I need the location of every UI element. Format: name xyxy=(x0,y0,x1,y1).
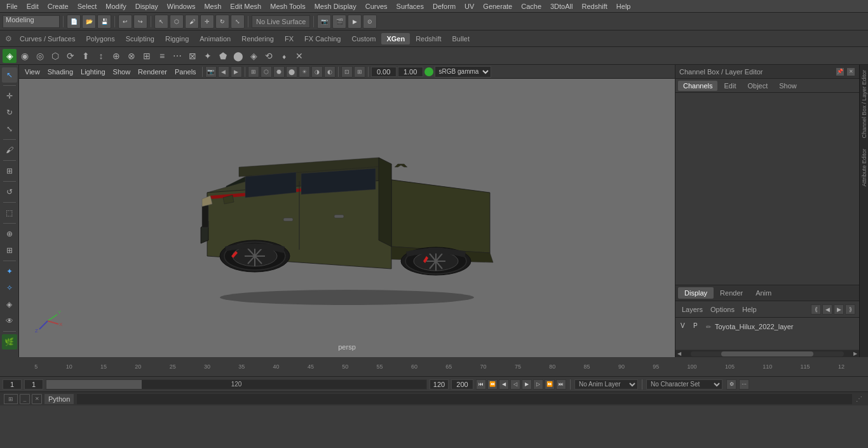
transport-prev-frame[interactable]: ◀ xyxy=(499,379,509,390)
xgen-icon-17[interactable]: ◈ xyxy=(247,49,261,63)
menu-edit-mesh[interactable]: Edit Mesh xyxy=(226,1,265,11)
menu-display[interactable]: Display xyxy=(132,1,162,11)
layers-nav-next2[interactable]: ⟫ xyxy=(845,304,855,315)
rp-pin-btn[interactable]: 📌 xyxy=(836,67,844,76)
cb-tab-show[interactable]: Show xyxy=(774,81,802,91)
save-scene-btn[interactable]: 💾 xyxy=(97,15,111,29)
vp-fit-btn[interactable]: ⊡ xyxy=(341,66,353,78)
tab-rendering[interactable]: Rendering xyxy=(236,33,279,44)
undo-btn[interactable]: ↩ xyxy=(118,15,132,29)
tab-custom[interactable]: Custom xyxy=(347,33,381,44)
rotate-tool-btn[interactable]: ↻ xyxy=(2,105,17,120)
menu-deform[interactable]: Deform xyxy=(429,1,459,11)
scroll-right-btn[interactable]: ▶ xyxy=(851,350,859,358)
xgen-icon-6[interactable]: ⬆ xyxy=(79,49,93,63)
tab-fx[interactable]: FX xyxy=(280,33,299,44)
tab-sculpting[interactable]: Sculpting xyxy=(121,33,159,44)
vp-val2-input[interactable] xyxy=(398,67,423,77)
timeline-ruler[interactable]: 5 10 15 20 25 30 35 40 45 50 55 60 65 70… xyxy=(0,357,868,376)
xgen-icon-13[interactable]: ⊠ xyxy=(186,49,200,63)
vp-menu-lighting[interactable]: Lighting xyxy=(78,67,109,77)
vp-grid-btn[interactable]: ⊞ xyxy=(248,66,259,78)
transport-prev-key[interactable]: ⏪ xyxy=(487,379,498,390)
menu-mesh-display[interactable]: Mesh Display xyxy=(311,1,360,11)
transport-goto-start[interactable]: ⏮ xyxy=(476,379,486,390)
xgen-tool-btn[interactable]: ✦ xyxy=(2,264,17,279)
live-surface-dropdown[interactable]: No Live Surface xyxy=(252,15,310,28)
vp-tex-btn[interactable]: ⬤ xyxy=(286,66,297,78)
menu-surfaces[interactable]: Surfaces xyxy=(393,1,428,11)
xgen-icon-11[interactable]: ≡ xyxy=(155,49,169,63)
paint-tool-btn[interactable]: 🖌 xyxy=(2,142,17,158)
xgen-icon-7[interactable]: ↕ xyxy=(94,49,108,63)
menu-cache[interactable]: Cache xyxy=(517,1,545,11)
new-scene-btn[interactable]: 📄 xyxy=(67,15,81,29)
dt-render[interactable]: Render xyxy=(714,287,749,299)
toggle-icon-btn[interactable]: ⊞ xyxy=(4,394,18,404)
menu-curves[interactable]: Curves xyxy=(362,1,391,11)
layers-nav-prev2[interactable]: ⟪ xyxy=(811,304,821,315)
dt-display[interactable]: Display xyxy=(678,287,714,299)
rp-close-btn[interactable]: ✕ xyxy=(846,67,855,76)
menu-mesh[interactable]: Mesh xyxy=(200,1,225,11)
xgen-icon-12[interactable]: ⋯ xyxy=(170,49,184,63)
circle-btn[interactable]: ⊙ xyxy=(363,15,377,29)
mode-gear-btn[interactable]: ⚙ xyxy=(3,33,14,44)
minimize-btn[interactable]: _ xyxy=(20,394,30,404)
menu-generate[interactable]: Generate xyxy=(479,1,516,11)
xgen-icon-5[interactable]: ⟳ xyxy=(64,49,78,63)
scale-btn[interactable]: ⤡ xyxy=(231,15,245,29)
transport-play[interactable]: ▶ xyxy=(522,379,532,390)
menu-file[interactable]: File xyxy=(3,1,22,11)
xgen-icon-14[interactable]: ✦ xyxy=(201,49,215,63)
cb-tab-edit[interactable]: Edit xyxy=(719,81,741,91)
xgen-icon-10[interactable]: ⊞ xyxy=(140,49,154,63)
layers-menu-layers[interactable]: Layers xyxy=(679,304,705,315)
xgen3-tool-btn[interactable]: ◈ xyxy=(2,297,17,312)
anim-layer-select[interactable]: No Anim Layer xyxy=(574,379,638,390)
layers-nav-next[interactable]: ▶ xyxy=(834,304,844,315)
xgen-icon-4[interactable]: ⬡ xyxy=(48,49,62,63)
layers-menu-options[interactable]: Options xyxy=(708,304,737,315)
frame-current-input[interactable] xyxy=(24,379,43,390)
tab-animation[interactable]: Animation xyxy=(194,33,236,44)
vp-menu-show[interactable]: Show xyxy=(110,67,134,77)
xgen-icon-8[interactable]: ⊕ xyxy=(109,49,123,63)
menu-help[interactable]: Help xyxy=(613,1,635,11)
select-tool-btn[interactable]: ↖ xyxy=(2,67,17,83)
xgen-icon-2[interactable]: ◉ xyxy=(18,49,32,63)
view-btn[interactable]: 👁 xyxy=(2,313,17,329)
scroll-track[interactable] xyxy=(691,351,844,356)
frame-start-input[interactable] xyxy=(3,379,22,390)
region-btn[interactable]: ⬚ xyxy=(2,205,17,221)
tab-xgen[interactable]: XGen xyxy=(381,33,410,44)
menu-edit[interactable]: Edit xyxy=(23,1,43,11)
cb-tab-channels[interactable]: Channels xyxy=(678,81,717,91)
attribute-editor-strip-label[interactable]: Attribute Editor xyxy=(860,144,868,192)
select-btn[interactable]: ↖ xyxy=(154,15,168,29)
layers-nav-prev[interactable]: ◀ xyxy=(822,304,832,315)
vp-prev-btn[interactable]: ◀ xyxy=(218,66,229,78)
layer-scrollbar[interactable]: ◀ ▶ xyxy=(675,350,859,357)
close-btn[interactable]: ✕ xyxy=(32,394,42,404)
paint-btn[interactable]: 🖌 xyxy=(185,15,199,29)
layers-menu-help[interactable]: Help xyxy=(740,304,759,315)
render2-btn[interactable]: ▶ xyxy=(348,15,362,29)
xgen-icon-18[interactable]: ⟲ xyxy=(262,49,276,63)
vp-menu-renderer[interactable]: Renderer xyxy=(135,67,170,77)
xgen-icon-1[interactable]: ◈ xyxy=(3,49,17,63)
xform-btn[interactable]: ⊕ xyxy=(2,226,17,241)
xgen-icon-20[interactable]: ✕ xyxy=(292,49,306,63)
transport-next-key[interactable]: ⏩ xyxy=(545,379,555,390)
xgen-final-btn[interactable]: 🌿 xyxy=(2,334,17,350)
tab-bullet[interactable]: Bullet xyxy=(447,33,475,44)
vp-wire-btn[interactable]: ⬡ xyxy=(261,66,272,78)
vp-light-btn[interactable]: ☀ xyxy=(299,66,310,78)
dt-anim[interactable]: Anim xyxy=(749,287,778,299)
camera-btn[interactable]: 📷 xyxy=(317,15,331,29)
layer-playback-btn[interactable]: P xyxy=(693,322,702,331)
xgen-icon-19[interactable]: ⬧ xyxy=(277,49,291,63)
frame-max-input[interactable] xyxy=(451,379,473,390)
scale-tool-btn[interactable]: ⤡ xyxy=(2,121,17,137)
snap-grid-btn[interactable]: ⊞ xyxy=(2,163,17,179)
